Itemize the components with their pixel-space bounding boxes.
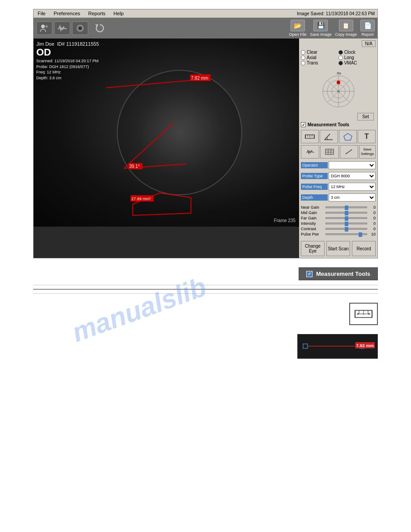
save-settings-btn[interactable]: SaveSettings xyxy=(359,145,376,159)
waveform-icon-btn[interactable] xyxy=(54,21,70,35)
tool-ruler-btn[interactable] xyxy=(301,130,319,143)
tool-text-btn[interactable]: T xyxy=(358,130,376,143)
save-image-btn[interactable]: 💾 Save Image xyxy=(310,20,331,37)
mid-gain-label: Mid Gain xyxy=(301,210,324,215)
far-gain-label: Far Gain xyxy=(301,216,324,220)
tools-grid: T xyxy=(301,130,376,143)
contrast-value: 0 xyxy=(368,227,376,231)
open-file-btn[interactable]: 📂 Open File xyxy=(289,20,306,37)
set-button[interactable]: Set xyxy=(357,113,374,120)
tool-waveform-btn[interactable] xyxy=(301,145,319,159)
far-gain-value: 0 xyxy=(368,216,376,220)
radio-dot-vmac xyxy=(338,61,343,65)
menu-file[interactable]: File xyxy=(36,10,47,17)
record-btn[interactable]: Record xyxy=(352,241,376,256)
toolbar-icons xyxy=(36,21,88,35)
operator-row: Operator xyxy=(301,161,376,169)
probe-type-label: Probe Type xyxy=(301,173,328,179)
na-button[interactable]: N/A xyxy=(362,40,376,47)
radio-trans[interactable]: Trans xyxy=(301,60,337,65)
intensity-value: 0 xyxy=(368,221,376,226)
contrast-label: Contrast xyxy=(301,227,324,231)
menu-preferences[interactable]: Preferences xyxy=(52,10,81,17)
svg-text:7.82 mm: 7.82 mm xyxy=(191,76,209,81)
radio-clock[interactable]: Clock xyxy=(338,50,376,55)
mid-gain-track[interactable] xyxy=(325,212,367,214)
svg-text:39.1°: 39.1° xyxy=(129,164,140,169)
copy-image-btn[interactable]: 📋 Copy Image xyxy=(335,20,357,37)
meas-example-box: 7.82 mm xyxy=(297,334,378,359)
report-btn[interactable]: 📄 Report xyxy=(360,20,375,37)
meas-tools-badge: ✓ Measurement Tools xyxy=(299,267,378,280)
operator-select[interactable] xyxy=(329,161,376,169)
near-gain-track[interactable] xyxy=(325,206,367,208)
ruler-icon xyxy=(355,308,372,320)
meas-tools-checkbox[interactable]: ✓ xyxy=(301,122,306,127)
radio-clear[interactable]: Clear xyxy=(301,50,337,55)
tool-region-btn[interactable] xyxy=(339,130,357,143)
change-eye-btn[interactable]: ChangeEye xyxy=(301,241,325,256)
menu-reports[interactable]: Reports xyxy=(87,10,107,17)
meas-tools-check-icon: ✓ xyxy=(306,271,313,277)
contrast-row: Contrast 0 xyxy=(301,227,376,231)
radial-diagram: Xo xyxy=(316,69,361,109)
depth-row: Depth 3 cm xyxy=(301,193,376,202)
svg-marker-49 xyxy=(368,313,370,315)
svg-line-38 xyxy=(346,150,352,154)
svg-marker-48 xyxy=(357,313,359,315)
toolbar-right: 📂 Open File 💾 Save Image 📋 Copy Image 📄 … xyxy=(289,20,375,37)
divider-3 xyxy=(33,293,378,294)
tool-resize-btn[interactable] xyxy=(340,145,358,159)
ruler-icon-box xyxy=(349,303,378,325)
meas-tools-badge-area: ✓ Measurement Tools xyxy=(33,267,378,280)
mid-gain-value: 0 xyxy=(368,210,376,215)
radio-dot-clear xyxy=(301,50,305,55)
mid-gain-row: Mid Gain 0 xyxy=(301,210,376,215)
svg-point-21 xyxy=(337,90,340,93)
pulse-freq-select[interactable]: 12 MHz xyxy=(329,183,376,191)
pulse-pwr-track[interactable] xyxy=(325,233,367,235)
radial-section: Xo xyxy=(301,67,376,111)
tool-angle-btn[interactable] xyxy=(320,130,338,143)
svg-point-3 xyxy=(78,26,82,30)
svg-text:7.82 mm: 7.82 mm xyxy=(356,343,374,348)
tool-caliper-btn[interactable] xyxy=(320,145,338,159)
intensity-track[interactable] xyxy=(325,223,367,224)
svg-text:Xo: Xo xyxy=(337,71,341,75)
radio-dot-axial xyxy=(301,56,305,60)
radio-dot-long xyxy=(338,56,343,60)
divider-2 xyxy=(33,289,378,290)
radio-vmac[interactable]: VMAC xyxy=(338,60,376,65)
radio-dot-clock xyxy=(338,50,343,55)
near-gain-row: Near Gain 0 xyxy=(301,205,376,210)
patient-eye: OD xyxy=(36,47,99,58)
radio-axial[interactable]: Axial xyxy=(301,55,337,60)
meas-example-svg: 7.82 mm xyxy=(298,334,377,359)
menu-help[interactable]: Help xyxy=(112,10,125,17)
contrast-track[interactable] xyxy=(325,228,367,230)
patient-info: Jim Doe ID# 111918211555 OD Scanned: 11/… xyxy=(36,41,99,81)
patient-icon-btn[interactable] xyxy=(36,21,52,35)
probe-type-row: Probe Type DGH 8000 xyxy=(301,172,376,180)
eye-icon-btn[interactable] xyxy=(72,21,88,35)
intensity-label: Intensity xyxy=(301,221,324,226)
start-scan-btn[interactable]: Start Scan xyxy=(326,241,350,256)
meas-tools-badge-label: Measurement Tools xyxy=(316,270,370,277)
probe-type-select[interactable]: DGH 8000 xyxy=(329,172,376,180)
pulse-pwr-row: Pulse Pwr 10 xyxy=(301,232,376,236)
bottom-buttons: ChangeEye Start Scan Record xyxy=(301,239,376,256)
tools-row2: SaveSettings xyxy=(301,145,376,159)
svg-marker-32 xyxy=(344,133,352,140)
refresh-icon-btn[interactable] xyxy=(92,21,108,35)
radio-long[interactable]: Long xyxy=(338,55,376,60)
depth-label: Depth xyxy=(301,194,328,201)
main-area: Jim Doe ID# 111918211555 OD Scanned: 11/… xyxy=(34,39,377,258)
svg-rect-33 xyxy=(325,149,334,154)
meas-tools-label: Measurement Tools xyxy=(308,122,349,127)
menu-bar: File Preferences Reports Help Image Save… xyxy=(34,9,377,18)
below-app-section: manualslib ✓ Measurement Tools xyxy=(33,267,378,491)
far-gain-track[interactable] xyxy=(325,217,367,219)
intensity-row: Intensity 0 xyxy=(301,221,376,226)
meas-example-section: 7.82 mm xyxy=(33,334,378,359)
depth-select[interactable]: 3 cm xyxy=(329,193,376,202)
